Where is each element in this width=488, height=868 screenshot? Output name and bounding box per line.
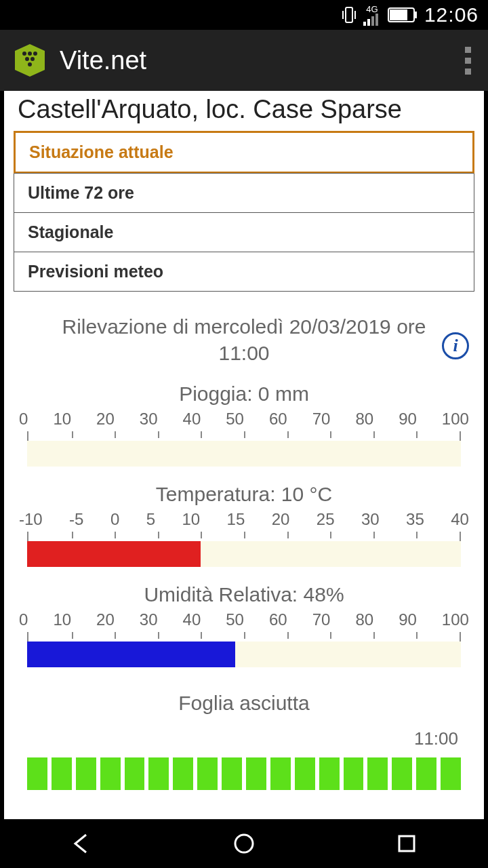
gauge-scale: 0102030405060708090100 (14, 610, 474, 629)
back-button[interactable] (68, 830, 95, 857)
leaf-block (173, 757, 193, 790)
gauge-ticks (27, 532, 461, 541)
leaf-hour-blocks (14, 749, 474, 790)
gauge-fill (27, 642, 235, 667)
svg-point-16 (28, 62, 32, 66)
reading-time: 11:00 (14, 340, 474, 366)
svg-marker-10 (15, 44, 45, 77)
tab-2[interactable]: Stagionale (14, 212, 474, 252)
app-bar: Vite.net (0, 30, 488, 91)
gauge-1: Temperatura: 10 °C-10-50510152025303540 (14, 483, 474, 567)
svg-rect-4 (367, 19, 370, 26)
gauge-scale: 0102030405060708090100 (14, 410, 474, 429)
overflow-menu-button[interactable] (455, 47, 480, 75)
svg-rect-18 (399, 836, 414, 851)
leaf-block (52, 757, 72, 790)
leaf-block (392, 757, 412, 790)
svg-rect-0 (346, 7, 352, 22)
svg-rect-6 (375, 14, 378, 26)
leaf-block (76, 757, 96, 790)
svg-rect-8 (390, 9, 407, 20)
leaf-block (197, 757, 218, 790)
recent-apps-button[interactable] (393, 830, 420, 857)
leaf-block (295, 757, 315, 790)
leaf-block (246, 757, 266, 790)
leaf-block (100, 757, 121, 790)
tab-3[interactable]: Previsioni meteo (14, 252, 474, 291)
vibrate-icon (342, 6, 357, 24)
svg-point-13 (33, 52, 37, 56)
system-nav-bar (0, 819, 488, 868)
gauge-title: Umidità Relativa: 48% (14, 583, 474, 606)
leaf-block (148, 757, 169, 790)
battery-icon (388, 7, 418, 22)
leaf-block (319, 757, 340, 790)
svg-rect-9 (415, 12, 417, 18)
gauge-ticks (27, 431, 461, 441)
gauge-ticks (27, 632, 461, 642)
leaf-time-label: 11:00 (14, 728, 474, 749)
gauge-0: Pioggia: 0 mm0102030405060708090100 (14, 382, 474, 467)
gauge-track (27, 541, 461, 567)
page-title: Castell'Arquato, loc. Case Sparse (14, 91, 474, 131)
network-4g-icon: 4G (363, 5, 381, 26)
clock-text: 12:06 (424, 3, 479, 26)
info-icon[interactable]: i (442, 332, 469, 359)
svg-point-11 (22, 52, 26, 56)
app-title: Vite.net (60, 46, 455, 75)
tab-0[interactable]: Situazione attuale (14, 131, 474, 174)
tab-1[interactable]: Ultime 72 ore (14, 173, 474, 212)
leaf-block (27, 757, 47, 790)
gauge-fill (27, 541, 201, 567)
reading-date: Rilevazione di mercoledì 20/03/2019 ore (14, 313, 474, 340)
leaf-block (125, 757, 145, 790)
svg-point-14 (25, 57, 29, 61)
app-logo-icon (8, 39, 52, 82)
tabs: Situazione attualeUltime 72 oreStagional… (14, 131, 474, 292)
svg-rect-5 (371, 16, 374, 26)
leaf-block (344, 757, 364, 790)
gauge-title: Temperatura: 10 °C (14, 483, 474, 506)
svg-point-15 (30, 57, 35, 61)
svg-point-17 (235, 835, 253, 852)
svg-rect-3 (363, 22, 366, 26)
home-button[interactable] (230, 830, 258, 857)
gauge-track (27, 441, 461, 467)
leaf-block (441, 757, 461, 790)
leaf-block (222, 757, 242, 790)
reading-header: Rilevazione di mercoledì 20/03/2019 ore … (14, 313, 474, 366)
leaf-block (416, 757, 436, 790)
leaf-status-label: Foglia asciutta (14, 692, 474, 715)
main-content: Castell'Arquato, loc. Case Sparse Situaz… (0, 91, 488, 819)
gauge-2: Umidità Relativa: 48%0102030405060708090… (14, 583, 474, 667)
status-bar: 4G 12:06 (0, 0, 488, 30)
svg-point-12 (28, 52, 32, 56)
gauge-track (27, 642, 461, 667)
gauge-scale: -10-50510152025303540 (14, 510, 474, 529)
leaf-block (367, 757, 388, 790)
gauge-title: Pioggia: 0 mm (14, 382, 474, 406)
leaf-block (270, 757, 291, 790)
